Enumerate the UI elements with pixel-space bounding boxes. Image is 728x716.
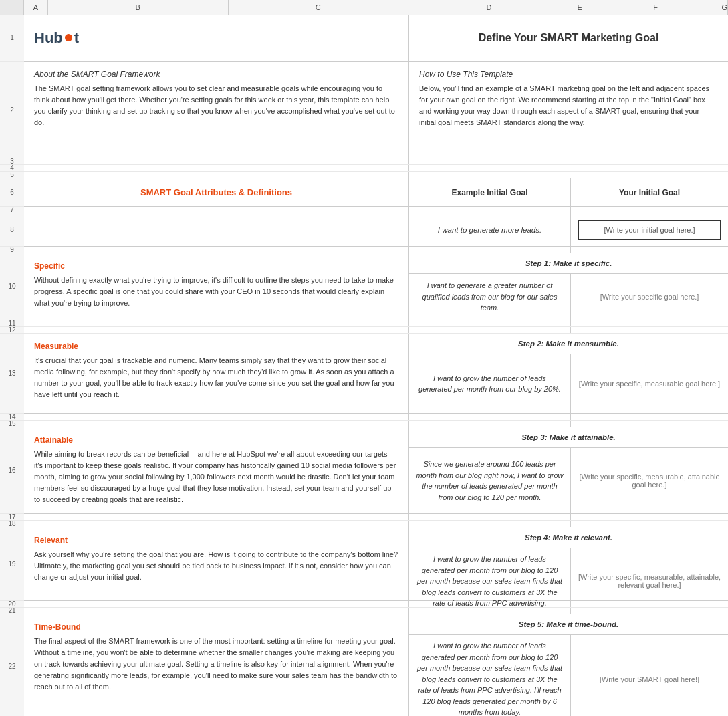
- step2-content-row: I want to grow the number of leads gener…: [409, 354, 728, 413]
- row-num-21: 21: [0, 608, 24, 614]
- howto-body: Below, you'll find an example of a SMART…: [419, 83, 718, 128]
- step5-description: The final aspect of the SMART framework …: [34, 636, 398, 693]
- step2-attribute-label: Measurable: [34, 342, 398, 351]
- row-num-1: 1: [0, 15, 24, 62]
- col-header-f: F: [590, 0, 722, 15]
- col-header-g: G: [721, 0, 728, 15]
- row-2: About the SMART Goal Framework The SMART…: [24, 62, 728, 158]
- about-body: The SMART goal setting framework allows …: [34, 83, 398, 128]
- row-num-9: 9: [0, 247, 24, 253]
- sheet-content: Hub t Define Your SMART Marketing Goal A…: [24, 15, 728, 716]
- your-header: Your Initial Goal: [619, 188, 680, 197]
- step2-title-cell: Step 2: Make it measurable.: [409, 334, 728, 354]
- row-16-step3: Attainable While aiming to break records…: [24, 427, 728, 514]
- column-headers: A B C D E F G: [0, 0, 728, 15]
- row-num-10: 10: [0, 253, 24, 320]
- row-20-spacer: [24, 601, 728, 608]
- sheet-body: 1 2 3 4 5 6 7 8 9 10 11 12 13 1: [0, 15, 728, 716]
- step1-title-cell: Step 1: Make it specific.: [409, 253, 728, 274]
- step1-title: Step 1: Make it specific.: [525, 259, 612, 267]
- row-1: Hub t Define Your SMART Marketing Goal: [24, 15, 728, 62]
- about-cell: About the SMART Goal Framework The SMART…: [24, 62, 409, 158]
- row-21-spacer: [24, 608, 728, 614]
- row-num-22: 22: [0, 614, 24, 716]
- step3-attribute-label: Attainable: [34, 435, 398, 445]
- step2-your-placeholder[interactable]: [Write your specific, measurable goal he…: [579, 380, 720, 388]
- initial-goal-left-spacer: [24, 213, 409, 246]
- logo-cell: Hub t: [24, 15, 409, 61]
- step2-your: [Write your specific, measurable goal he…: [571, 354, 728, 413]
- row-num-13: 13: [0, 334, 24, 414]
- row-num-15: 15: [0, 421, 24, 427]
- row-num-19: 19: [0, 527, 24, 601]
- step5-your-placeholder[interactable]: [Write your SMART goal here!]: [600, 675, 699, 683]
- row-num-16: 16: [0, 427, 24, 514]
- step4-your-placeholder[interactable]: [Write your specific, measurable, attain…: [578, 573, 721, 589]
- step2-right: Step 2: Make it measurable. I want to gr…: [409, 334, 728, 413]
- step2-left: Measurable It's crucial that your goal i…: [24, 334, 409, 413]
- row-num-2: 2: [0, 62, 24, 158]
- step1-example-text: I want to generate a greater number of q…: [416, 280, 564, 314]
- example-initial-cell: I want to generate more leads.: [409, 213, 571, 246]
- howto-cell: How to Use This Template Below, you'll f…: [409, 62, 728, 158]
- step5-your: [Write your SMART goal here!]: [571, 635, 728, 716]
- col-header-a: A: [24, 0, 48, 15]
- step3-left: Attainable While aiming to break records…: [24, 427, 409, 513]
- about-heading: About the SMART Goal Framework: [34, 70, 398, 79]
- your-initial-cell: [Write your initial goal here.]: [571, 213, 728, 246]
- row-num-6: 6: [0, 178, 24, 207]
- row-4-spacer: [24, 165, 728, 172]
- row-19-step4: Relevant Ask yourself why you're setting…: [24, 527, 728, 601]
- col-header-b: B: [48, 0, 229, 15]
- step3-your: [Write your specific, measurable, attain…: [571, 448, 728, 513]
- col-header-e: E: [570, 0, 590, 15]
- step4-attribute-label: Relevant: [34, 535, 398, 545]
- row-6-smart-header: SMART Goal Attributes & Definitions Exam…: [24, 178, 728, 207]
- step2-description: It's crucial that your goal is trackable…: [34, 355, 398, 400]
- step2-example: I want to grow the number of leads gener…: [409, 354, 571, 413]
- row-num-8: 8: [0, 213, 24, 247]
- step5-right: Step 5: Make it time-bound. I want to gr…: [409, 614, 728, 716]
- row-9-spacer: [24, 247, 728, 253]
- smart-attributes-title: SMART Goal Attributes & Definitions: [140, 187, 292, 197]
- row-15-spacer: [24, 421, 728, 427]
- row-num-5: 5: [0, 172, 24, 178]
- logo-text-spot: t: [74, 29, 79, 47]
- row-18-spacer: [24, 521, 728, 527]
- step3-example: Since we generate around 100 leads per m…: [409, 448, 571, 513]
- step1-your-placeholder[interactable]: [Write your specific goal here.]: [600, 293, 699, 301]
- step3-title-cell: Step 3: Make it attainable.: [409, 427, 728, 448]
- row-11-spacer: [24, 320, 728, 327]
- step4-description: Ask yourself why you're setting the goal…: [34, 549, 398, 583]
- step2-title: Step 2: Make it measurable.: [518, 340, 619, 348]
- row-numbers: 1 2 3 4 5 6 7 8 9 10 11 12 13 1: [0, 15, 24, 716]
- page-title: Define Your SMART Marketing Goal: [479, 32, 659, 44]
- step4-left: Relevant Ask yourself why you're setting…: [24, 527, 409, 600]
- example-header: Example Initial Goal: [451, 188, 527, 197]
- step3-content-row: Since we generate around 100 leads per m…: [409, 448, 728, 513]
- title-cell: Define Your SMART Marketing Goal: [409, 15, 728, 61]
- hubspot-logo: Hub t: [34, 29, 79, 47]
- step1-right: Step 1: Make it specific. I want to gene…: [409, 253, 728, 320]
- step3-right: Step 3: Make it attainable. Since we gen…: [409, 427, 728, 513]
- your-header-cell: Your Initial Goal: [571, 178, 728, 206]
- row-num-7: 7: [0, 207, 24, 213]
- corner-cell: [0, 0, 24, 15]
- step4-right: Step 4: Make it relevant. I want to grow…: [409, 527, 728, 600]
- row-22-step5: Time-Bound The final aspect of the SMART…: [24, 614, 728, 716]
- logo-dot-icon: [65, 34, 72, 41]
- logo-text-hub: Hub: [34, 29, 63, 47]
- step4-title: Step 4: Make it relevant.: [525, 533, 612, 542]
- step3-your-placeholder[interactable]: [Write your specific, measurable, attain…: [578, 473, 721, 489]
- step3-example-text: Since we generate around 100 leads per m…: [416, 459, 564, 503]
- step5-content-row: I want to grow the number of leads gener…: [409, 635, 728, 716]
- example-header-cell: Example Initial Goal: [409, 178, 571, 206]
- step1-example: I want to generate a greater number of q…: [409, 274, 571, 320]
- howto-heading: How to Use This Template: [419, 70, 718, 79]
- step2-example-text: I want to grow the number of leads gener…: [416, 373, 564, 395]
- step5-example: I want to grow the number of leads gener…: [409, 635, 571, 716]
- your-initial-input[interactable]: [Write your initial goal here.]: [578, 220, 721, 240]
- row-12-spacer: [24, 327, 728, 334]
- row-num-12: 12: [0, 327, 24, 334]
- row-17-spacer: [24, 514, 728, 521]
